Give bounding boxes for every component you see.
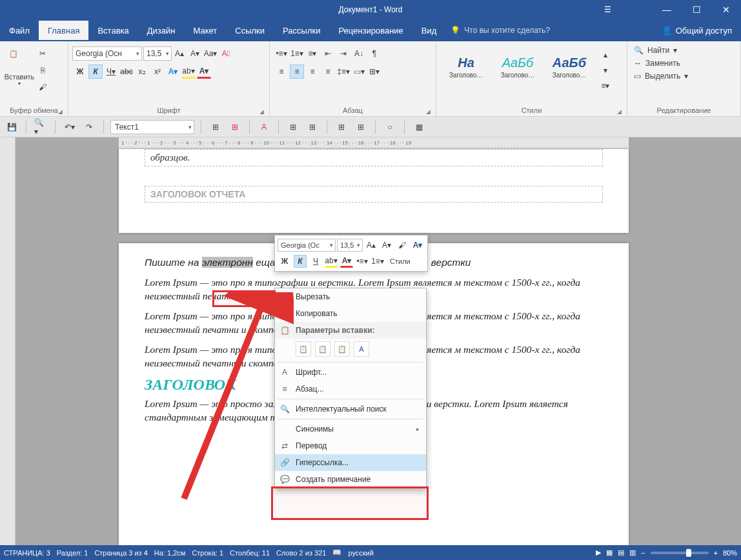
mini-highlight[interactable]: ab▾ xyxy=(325,255,338,268)
style-heading1[interactable]: НаЗаголово… xyxy=(440,47,492,87)
styles-up-icon[interactable]: ▴ xyxy=(598,48,613,62)
mini-fontcolor[interactable]: A▾ xyxy=(340,255,353,268)
status-pageof[interactable]: Страница 3 из 4 xyxy=(94,549,147,557)
view-print-icon[interactable]: ▤ xyxy=(618,548,624,557)
highlight-icon[interactable]: ab▾ xyxy=(181,65,196,79)
undo-icon[interactable]: ↶▾ xyxy=(63,120,77,134)
sort-icon[interactable]: A↓ xyxy=(352,46,366,61)
numbering-icon[interactable]: 1≡▾ xyxy=(290,46,304,61)
status-proof-icon[interactable]: 📖 xyxy=(332,548,341,557)
qat-btn4[interactable]: ⊞ xyxy=(286,120,300,134)
mini-shrink-icon[interactable]: A▾ xyxy=(380,239,393,252)
ctx-cut[interactable]: ✂Вырезать xyxy=(275,288,426,305)
ctx-comment[interactable]: 💬Создать примечание xyxy=(275,471,426,488)
qat-btn9[interactable]: ▦ xyxy=(412,120,426,134)
zoom-in-button[interactable]: + xyxy=(714,549,718,557)
selected-text[interactable]: электронн xyxy=(202,257,253,268)
font-size-combo[interactable]: 13,5 xyxy=(143,46,172,61)
find-button[interactable]: 🔍 Найти ▾ xyxy=(631,45,691,56)
italic-button[interactable]: К xyxy=(88,65,103,79)
mini-styles-text[interactable]: Стили xyxy=(387,255,414,268)
tab-references[interactable]: Ссылки xyxy=(226,21,274,40)
tab-design[interactable]: Дизайн xyxy=(138,21,185,40)
page-footer[interactable]: образцов. ЗАГОЛОВОК ОТЧЕТА xyxy=(119,149,629,233)
status-col[interactable]: Столбец: 11 xyxy=(230,549,270,557)
ctx-font[interactable]: AШрифт... xyxy=(275,364,426,381)
status-line[interactable]: Строка: 1 xyxy=(192,549,223,557)
ctx-translate[interactable]: ⇄Перевод xyxy=(275,437,426,454)
strike-button[interactable]: abc xyxy=(119,65,134,79)
superscript-button[interactable]: x² xyxy=(150,65,165,79)
ctx-paragraph[interactable]: ≡Абзац... xyxy=(275,381,426,397)
para-dialog-icon[interactable]: ◢ xyxy=(426,108,431,115)
tab-view[interactable]: Вид xyxy=(412,21,446,40)
tab-review[interactable]: Рецензирование xyxy=(329,21,412,40)
copy-icon[interactable]: ⎘ xyxy=(36,63,50,77)
status-at[interactable]: На: 1,2см xyxy=(154,549,186,557)
change-case-icon[interactable]: Aa▾ xyxy=(203,46,218,61)
tab-file[interactable]: Файл xyxy=(0,21,39,40)
qat-btn7[interactable]: ⊞ xyxy=(354,120,368,134)
tab-layout[interactable]: Макет xyxy=(184,21,226,40)
font-color-icon[interactable]: A▾ xyxy=(197,65,211,79)
clipboard-dialog-icon[interactable]: ◢ xyxy=(58,108,63,115)
status-section[interactable]: Раздел: 1 xyxy=(57,549,88,557)
align-left-icon[interactable]: ≡ xyxy=(274,65,289,79)
mini-size-combo[interactable]: 13,5 xyxy=(337,239,363,252)
paste-text-only[interactable]: A xyxy=(354,341,369,357)
styles-dialog-icon[interactable]: ◢ xyxy=(617,108,622,115)
grow-font-icon[interactable]: A▴ xyxy=(172,46,187,61)
shrink-font-icon[interactable]: A▾ xyxy=(188,46,202,61)
styles-more-icon[interactable]: ≡▾ xyxy=(598,79,613,93)
bullets-icon[interactable]: •≡▾ xyxy=(274,46,289,61)
qat-btn3[interactable]: A xyxy=(257,120,271,134)
borders-icon[interactable]: ⊞▾ xyxy=(367,65,381,79)
nav-pane-icon[interactable]: 🔍▾ xyxy=(34,120,48,134)
ctx-copy[interactable]: ⎘Копировать xyxy=(275,305,426,322)
mini-numbering[interactable]: 1≡▾ xyxy=(371,255,384,268)
align-center-icon[interactable]: ≡ xyxy=(290,65,304,79)
redo-icon[interactable]: ↷ xyxy=(82,120,96,134)
qat-btn2[interactable]: ⊞ xyxy=(228,120,242,134)
zoom-out-button[interactable]: − xyxy=(641,549,645,557)
mini-italic[interactable]: К xyxy=(294,255,307,268)
subscript-button[interactable]: x₂ xyxy=(135,65,149,79)
mini-grow-icon[interactable]: A▴ xyxy=(365,239,378,252)
qat-btn6[interactable]: ⊞ xyxy=(334,120,349,134)
style-heading3[interactable]: АаБбЗаголово… xyxy=(543,47,595,87)
qat-btn8[interactable]: ○ xyxy=(383,120,397,134)
status-macro-icon[interactable]: ▶ xyxy=(596,548,601,557)
paste-merge[interactable]: 📋 xyxy=(315,341,330,357)
tab-insert[interactable]: Вставка xyxy=(88,21,137,40)
show-marks-icon[interactable]: ¶ xyxy=(367,46,381,61)
replace-button[interactable]: ↔ Заменить xyxy=(631,57,691,69)
cut-icon[interactable]: ✂ xyxy=(36,46,50,61)
font-dialog-icon[interactable]: ◢ xyxy=(259,108,264,115)
ribbon-options-icon[interactable]: ☰ xyxy=(593,0,622,19)
qat-btn5[interactable]: ⊞ xyxy=(305,120,320,134)
multilevel-icon[interactable]: ≡▾ xyxy=(305,46,320,61)
indent-dec-icon[interactable]: ⇤ xyxy=(321,46,335,61)
maximize-button[interactable]: ☐ xyxy=(682,0,711,19)
save-icon[interactable]: 💾 xyxy=(5,120,19,134)
header-cell[interactable]: образцов. xyxy=(145,149,603,166)
style-combo[interactable]: Текст1 xyxy=(110,120,194,134)
format-painter-icon[interactable]: 🖌 xyxy=(36,80,50,94)
select-button[interactable]: ▭ Выделить ▾ xyxy=(631,70,691,82)
tell-me[interactable]: 💡 Что вы хотите сделать? xyxy=(451,26,550,35)
font-name-combo[interactable]: Georgia (Осн xyxy=(72,46,142,61)
mini-bullets[interactable]: •≡▾ xyxy=(356,255,369,268)
indent-inc-icon[interactable]: ⇥ xyxy=(336,46,350,61)
mini-painter-icon[interactable]: 🖌 xyxy=(396,239,409,252)
text-effects-icon[interactable]: A▾ xyxy=(166,65,180,79)
zoom-slider[interactable] xyxy=(651,552,709,554)
view-read-icon[interactable]: ▦ xyxy=(606,548,613,557)
share-button[interactable]: 👤 Общий доступ xyxy=(653,26,741,35)
paste-button[interactable]: 📋Вставить▾ xyxy=(4,43,35,92)
status-page[interactable]: СТРАНИЦА: 3 xyxy=(4,549,50,557)
paste-picture[interactable]: 📋 xyxy=(334,341,350,357)
align-right-icon[interactable]: ≡ xyxy=(305,65,320,79)
styles-down-icon[interactable]: ▾ xyxy=(598,63,613,77)
mini-font-combo[interactable]: Georgia (Ос xyxy=(278,239,336,252)
style-heading2[interactable]: АаБбЗаголово… xyxy=(492,47,543,87)
